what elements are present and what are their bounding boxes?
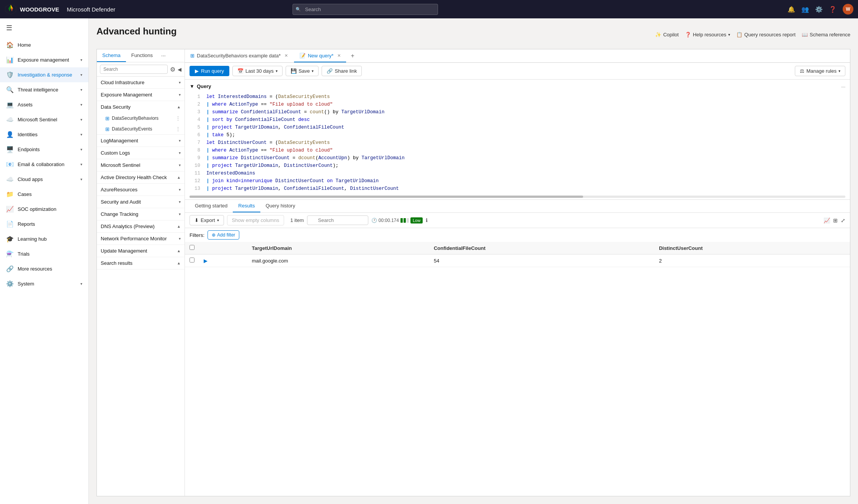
sidebar-item-endpoints[interactable]: 🖥️ Endpoints ▾	[0, 142, 88, 157]
help-resources-button[interactable]: ❓ Help resources ▾	[685, 32, 730, 38]
schema-group-header-logmgmt[interactable]: LogManagement ▾	[97, 135, 185, 147]
scrollbar-track[interactable]	[190, 196, 845, 198]
people-icon[interactable]: 👥	[801, 6, 809, 13]
schema-group-header-data_security[interactable]: Data Security ▲	[97, 101, 185, 113]
schema-group-header-net_perf[interactable]: Network Performance Monitor ▾	[97, 233, 185, 245]
schema-group-header-change_tracking[interactable]: Change Tracking ▾	[97, 208, 185, 220]
schema-reference-button[interactable]: 📖 Schema reference	[802, 32, 850, 38]
chart-icon[interactable]: 📈	[824, 217, 830, 223]
schema-group-header-cloud_infra[interactable]: Cloud Infrastructure ▾	[97, 77, 185, 88]
tab-schema[interactable]: Schema	[97, 49, 126, 62]
sidebar-item-email[interactable]: 📧 Email & collaboration ▾	[0, 157, 88, 172]
row-checkbox-0[interactable]	[185, 254, 199, 267]
schema-item-more-dsbehaviors[interactable]: ⋮	[175, 115, 181, 121]
schema-group-header-update_mgmt[interactable]: Update Management ▲	[97, 245, 185, 257]
schema-more-button[interactable]: ···	[158, 49, 169, 62]
schema-group-header-ms_sentinel[interactable]: Microsoft Sentinel ▾	[97, 159, 185, 171]
avatar[interactable]: W	[843, 4, 853, 15]
schema-group-header-exposure[interactable]: Exposure Management ▾	[97, 89, 185, 101]
schema-item-more-dsevents[interactable]: ⋮	[175, 126, 181, 132]
line-text-13[interactable]: | project TargetUrlDomain, ConfidentialF…	[206, 185, 399, 192]
sidebar-item-assets[interactable]: 💻 Assets ▾	[0, 97, 88, 112]
expand-icon[interactable]: ⤢	[841, 217, 845, 223]
notifications-icon[interactable]: 🔔	[788, 6, 795, 13]
line-text-4[interactable]: | sort by ConfidentialFileCount desc	[206, 116, 310, 124]
rtab-query-history[interactable]: Query history	[260, 200, 301, 212]
sidebar-item-exposure[interactable]: 📊 Exposure management ▾	[0, 52, 88, 67]
schema-group-header-customlogs[interactable]: Custom Logs ▾	[97, 147, 185, 159]
date-range-button[interactable]: 📅 Last 30 days ▾	[232, 66, 283, 76]
line-text-12[interactable]: | join kind=innerunique DistinctUserCoun…	[206, 177, 379, 185]
code-editor[interactable]: 1let InterestedDomains = (DataSecurityEv…	[185, 91, 850, 196]
row-expand-0[interactable]: ▶	[199, 254, 247, 267]
th-confidential-count[interactable]: ConfidentialFileCount	[429, 242, 654, 254]
select-all-checkbox[interactable]	[190, 245, 194, 250]
schema-search-input[interactable]	[100, 65, 168, 74]
tab-add-button[interactable]: +	[347, 49, 358, 62]
help-icon[interactable]: ❓	[829, 6, 837, 13]
line-text-3[interactable]: | summarize ConfidentialFileCount = coun…	[206, 108, 384, 116]
sidebar-item-soc[interactable]: 📈 SOC optimization	[0, 202, 88, 217]
line-text-5[interactable]: | project TargetUrlDomain, ConfidentialF…	[206, 124, 344, 131]
sidebar-item-investigation[interactable]: 🛡️ Investigation & response ▾	[0, 67, 88, 82]
sidebar-item-learning[interactable]: 🎓 Learning hub	[0, 232, 88, 246]
sidebar-item-system[interactable]: ⚙️ System ▾	[0, 276, 88, 291]
tab-datasecurity[interactable]: ⊞ DataSecurityBehaviors example data* ✕	[185, 50, 293, 62]
line-text-7[interactable]: let DistinctUserCount = (DataSecurityEve…	[206, 139, 330, 147]
export-button[interactable]: ⬇ Export ▾	[190, 215, 224, 225]
tab-newquery-close[interactable]: ✕	[337, 53, 341, 58]
schema-item-dsbehaviors[interactable]: ⊞ DataSecurityBehaviors ⋮	[97, 113, 185, 124]
sidebar-item-identities[interactable]: 👤 Identities ▾	[0, 127, 88, 142]
line-text-9[interactable]: | summarize DistinctUserCount = dcount(A…	[206, 154, 405, 162]
line-text-10[interactable]: | project TargetUrlDomain, DistinctUserC…	[206, 162, 338, 170]
results-search-input[interactable]	[307, 215, 368, 225]
tab-functions[interactable]: Functions	[126, 49, 158, 62]
expand-arrow-0[interactable]: ▶	[204, 258, 208, 264]
rtab-getting-started[interactable]: Getting started	[190, 200, 233, 212]
run-query-button[interactable]: ▶ Run query	[190, 66, 229, 76]
rtab-results[interactable]: Results	[233, 200, 260, 212]
schema-group-header-ad_health[interactable]: Active Directory Health Check ▲	[97, 171, 185, 183]
sidebar-item-reports[interactable]: 📄 Reports	[0, 217, 88, 232]
line-text-1[interactable]: let InterestedDomains = (DataSecurityEve…	[206, 93, 330, 101]
line-text-6[interactable]: | take 5);	[206, 131, 235, 139]
schema-item-dsevents[interactable]: ⊞ DataSecurityEvents ⋮	[97, 124, 185, 134]
table-icon[interactable]: ⊞	[833, 217, 838, 223]
schema-group-header-search_results[interactable]: Search results ▲	[97, 257, 185, 269]
add-filter-button[interactable]: ⊕ Add filter	[208, 230, 239, 240]
sidebar-item-more[interactable]: 🔗 More resources	[0, 261, 88, 276]
schema-group-header-sec_audit[interactable]: Security and Audit ▾	[97, 196, 185, 208]
code-minimize-icon[interactable]: —	[841, 84, 845, 89]
copilot-button[interactable]: ✨ Copilot	[655, 32, 678, 38]
hamburger-button[interactable]: ☰	[0, 18, 88, 38]
sidebar-item-home[interactable]: 🏠 Home	[0, 38, 88, 52]
settings-icon[interactable]: ⚙️	[815, 6, 823, 13]
schema-collapse-icon[interactable]: ◀	[178, 67, 181, 72]
th-target-url[interactable]: TargetUrlDomain	[247, 242, 429, 254]
tab-datasecurity-close[interactable]: ✕	[284, 53, 288, 58]
sidebar-item-sentinel[interactable]: ☁️ Microsoft Sentinel ▾	[0, 112, 88, 127]
sidebar-item-cloudapps[interactable]: ☁️ Cloud apps ▾	[0, 172, 88, 187]
th-expand	[199, 242, 247, 254]
line-text-2[interactable]: | where ActionType == "File upload to cl…	[206, 101, 333, 108]
manage-rules-button[interactable]: ⚖ Manage rules ▾	[795, 66, 845, 76]
info-icon[interactable]: ℹ	[426, 217, 428, 223]
scrollbar-thumb[interactable]	[190, 196, 583, 198]
save-button[interactable]: 💾 Save ▾	[286, 66, 319, 76]
schema-group-header-azure_res[interactable]: AzureResources ▾	[97, 184, 185, 196]
query-report-button[interactable]: 📋 Query resources report	[736, 32, 796, 38]
line-text-8[interactable]: | where ActionType == "File upload to cl…	[206, 147, 333, 154]
share-link-button[interactable]: 🔗 Share link	[322, 66, 362, 76]
tab-newquery[interactable]: 📝 New query* ✕	[294, 50, 346, 62]
schema-settings-icon[interactable]: ⚙	[170, 66, 175, 73]
show-empty-columns-button[interactable]: Show empty columns	[227, 215, 284, 225]
row-select-0[interactable]	[190, 258, 194, 263]
sidebar-item-trials[interactable]: ⚗️ Trials	[0, 246, 88, 261]
topnav-search-input[interactable]	[293, 4, 438, 15]
th-distinct-user[interactable]: DistinctUserCount	[654, 242, 850, 254]
schema-group-header-dns_analytics[interactable]: DNS Analytics (Preview) ▲	[97, 220, 185, 232]
line-text-11[interactable]: InterestedDomains	[206, 170, 255, 177]
code-header[interactable]: ▼ Query —	[185, 81, 850, 91]
sidebar-item-cases[interactable]: 📁 Cases	[0, 187, 88, 202]
sidebar-item-threat[interactable]: 🔍 Threat intelligence ▾	[0, 82, 88, 97]
